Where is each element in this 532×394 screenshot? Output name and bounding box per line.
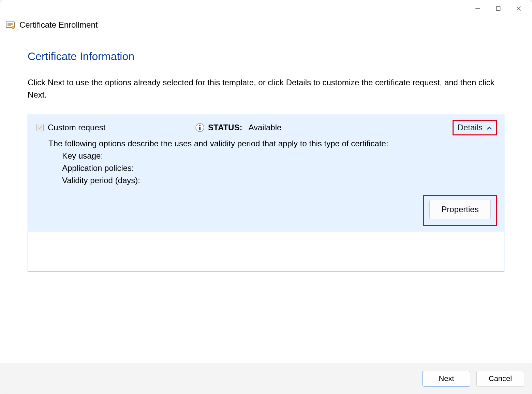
minimize-button[interactable] (468, 2, 488, 15)
next-button[interactable]: Next (423, 371, 470, 386)
certificate-icon (6, 21, 15, 29)
application-policies-label: Application policies: (62, 162, 497, 174)
wizard-title: Certificate Enrollment (19, 20, 98, 30)
detail-intro: The following options describe the uses … (48, 137, 497, 150)
info-icon (195, 123, 205, 132)
key-usage-label: Key usage: (62, 150, 497, 162)
certificate-panel: Custom request STATUS: Available (28, 115, 504, 272)
maximize-icon (495, 5, 501, 12)
check-icon (38, 125, 42, 130)
details-label: Details (458, 123, 483, 132)
maximize-button[interactable] (488, 2, 508, 15)
footer: Next Cancel (0, 363, 532, 394)
svg-rect-11 (199, 127, 201, 130)
properties-highlight: Properties (423, 195, 497, 226)
cancel-button[interactable]: Cancel (476, 371, 524, 386)
certificate-panel-empty (28, 232, 504, 271)
wizard-header: Certificate Enrollment (0, 17, 532, 30)
wizard-window: Certificate Enrollment Certificate Infor… (0, 0, 532, 394)
close-button[interactable] (508, 2, 529, 15)
content-area: Certificate Information Click Next to us… (0, 30, 532, 363)
chevron-up-icon (487, 123, 492, 132)
page-description: Click Next to use the options already se… (28, 76, 504, 101)
certificate-row-header: Custom request STATUS: Available (36, 120, 497, 135)
svg-point-8 (12, 26, 15, 29)
status-value: Available (248, 123, 281, 132)
certificate-row: Custom request STATUS: Available (28, 115, 504, 232)
validity-period-label: Validity period (days): (62, 174, 497, 187)
status-group: STATUS: Available (195, 123, 448, 132)
certificate-name: Custom request (48, 123, 191, 132)
detail-sub-list: Key usage: Application policies: Validit… (48, 150, 497, 187)
details-toggle[interactable]: Details (453, 120, 497, 135)
close-icon (516, 5, 522, 12)
status-label: STATUS: (208, 123, 242, 132)
certificate-details: The following options describe the uses … (36, 135, 497, 225)
page-heading: Certificate Information (28, 50, 504, 63)
svg-point-10 (199, 125, 201, 126)
properties-area: Properties (48, 195, 497, 225)
certificate-checkbox[interactable] (36, 124, 44, 131)
properties-button[interactable]: Properties (429, 200, 491, 219)
titlebar (0, 0, 532, 17)
minimize-icon (475, 5, 481, 12)
svg-rect-1 (496, 6, 500, 10)
